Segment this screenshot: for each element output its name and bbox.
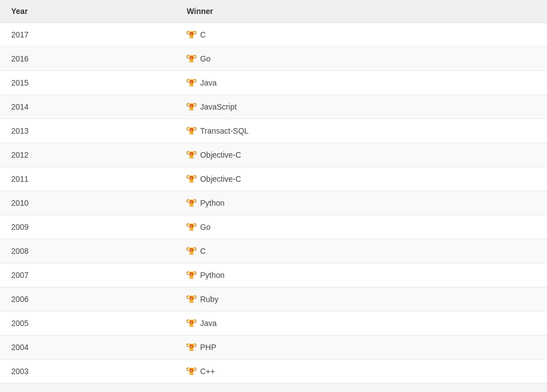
winner-name: PHP	[200, 343, 216, 352]
winner-cell: ★ Objective-C	[175, 167, 547, 191]
svg-rect-53	[189, 350, 194, 351]
svg-rect-1	[189, 37, 194, 39]
winner-name: Ruby	[200, 295, 218, 304]
svg-text:★: ★	[190, 369, 193, 372]
winner-cell: ★ Python	[175, 191, 547, 215]
winner-cell: ★ Go	[175, 47, 547, 71]
year-cell: 2012	[0, 143, 175, 167]
winner-cell: ★ Objective-C	[175, 143, 547, 167]
svg-rect-25	[189, 182, 194, 183]
winner-name: C++	[200, 367, 214, 376]
trophy-icon: ★	[186, 318, 197, 328]
winner-cell: ★ C	[175, 23, 547, 47]
year-cell: 2010	[0, 191, 175, 215]
winner-name: C	[200, 30, 205, 39]
year-column-header: Year	[0, 0, 175, 23]
winner-name: C	[200, 247, 205, 256]
winner-cell: ★ Java	[175, 71, 547, 95]
year-cell: 2007	[0, 263, 175, 287]
table-row: 2006 ★ Ruby	[0, 287, 547, 311]
svg-rect-5	[189, 62, 194, 63]
winner-name: Objective-C	[200, 150, 241, 159]
svg-text:★: ★	[190, 321, 193, 324]
winner-name: Python	[200, 199, 225, 207]
svg-rect-9	[189, 86, 194, 87]
winner-name: Transact-SQL	[200, 126, 249, 135]
trophy-icon: ★	[186, 30, 197, 40]
table-row: 2011 ★ Objective-C	[0, 167, 547, 191]
trophy-icon: ★	[186, 198, 197, 208]
year-cell: 2017	[0, 23, 175, 47]
table-row: 2017 ★ C	[0, 23, 547, 47]
svg-rect-17	[189, 134, 194, 135]
table-row: 2015 ★ Java	[0, 71, 547, 95]
winner-cell: ★ JavaScript	[175, 95, 547, 119]
svg-rect-21	[189, 158, 194, 159]
year-cell: 2015	[0, 71, 175, 95]
trophy-icon: ★	[186, 78, 197, 88]
table-row: 2004 ★ PHP	[0, 336, 547, 360]
winner-cell: ★ Transact-SQL	[175, 119, 547, 143]
svg-text:★: ★	[190, 297, 193, 300]
svg-text:★: ★	[190, 225, 193, 228]
table-container: Year Winner 2017 ★ C2016	[0, 0, 547, 384]
svg-text:★: ★	[190, 56, 193, 59]
year-cell: 2006	[0, 287, 175, 311]
svg-rect-13	[189, 110, 194, 111]
svg-rect-45	[189, 302, 194, 303]
winner-cell: ★ Go	[175, 215, 547, 239]
svg-text:★: ★	[190, 273, 193, 276]
svg-text:★: ★	[190, 201, 193, 204]
table-row: 2003 ★ C++	[0, 360, 547, 384]
trophy-icon: ★	[186, 270, 197, 280]
table-row: 2013 ★ Transact-SQL	[0, 119, 547, 143]
trophy-icon: ★	[186, 150, 197, 160]
winner-name: Go	[200, 54, 211, 63]
winner-name: Go	[200, 223, 211, 232]
trophy-icon: ★	[186, 102, 197, 112]
winner-cell: ★ Ruby	[175, 287, 547, 311]
table-row: 2014 ★ JavaScript	[0, 95, 547, 119]
year-cell: 2013	[0, 119, 175, 143]
table-row: 2012 ★ Objective-C	[0, 143, 547, 167]
svg-text:★: ★	[190, 153, 193, 155]
svg-text:★: ★	[190, 32, 193, 35]
year-cell: 2011	[0, 167, 175, 191]
svg-rect-29	[189, 206, 194, 207]
svg-text:★: ★	[190, 129, 193, 131]
winner-name: Java	[200, 319, 217, 328]
winner-cell: ★ PHP	[175, 336, 547, 360]
svg-rect-37	[189, 254, 194, 255]
trophy-icon: ★	[186, 342, 197, 352]
svg-rect-57	[189, 374, 194, 375]
trophy-icon: ★	[186, 246, 197, 256]
svg-rect-33	[189, 230, 194, 231]
svg-rect-49	[189, 326, 194, 327]
year-cell: 2016	[0, 47, 175, 71]
svg-text:★: ★	[190, 81, 193, 83]
svg-text:★: ★	[190, 345, 193, 348]
table-row: 2016 ★ Go	[0, 47, 547, 71]
svg-text:★: ★	[190, 105, 193, 107]
trophy-icon: ★	[186, 174, 197, 184]
winner-cell: ★ C++	[175, 360, 547, 384]
svg-rect-41	[189, 278, 194, 279]
svg-text:★: ★	[190, 249, 193, 252]
trophy-icon: ★	[186, 294, 197, 304]
trophy-icon: ★	[186, 54, 197, 64]
year-cell: 2008	[0, 239, 175, 263]
table-row: 2005 ★ Java	[0, 311, 547, 336]
table-header-row: Year Winner	[0, 0, 547, 23]
trophy-icon: ★	[186, 222, 197, 232]
year-cell: 2014	[0, 95, 175, 119]
table-row: 2008 ★ C	[0, 239, 547, 263]
winner-name: JavaScript	[200, 102, 236, 111]
winner-cell: ★ C	[175, 239, 547, 263]
year-cell: 2003	[0, 360, 175, 384]
table-row: 2009 ★ Go	[0, 215, 547, 239]
winner-name: Java	[200, 78, 217, 87]
svg-text:★: ★	[190, 177, 193, 180]
winner-name: Python	[200, 271, 225, 280]
winner-cell: ★ Python	[175, 263, 547, 287]
winners-table: Year Winner 2017 ★ C2016	[0, 0, 547, 384]
